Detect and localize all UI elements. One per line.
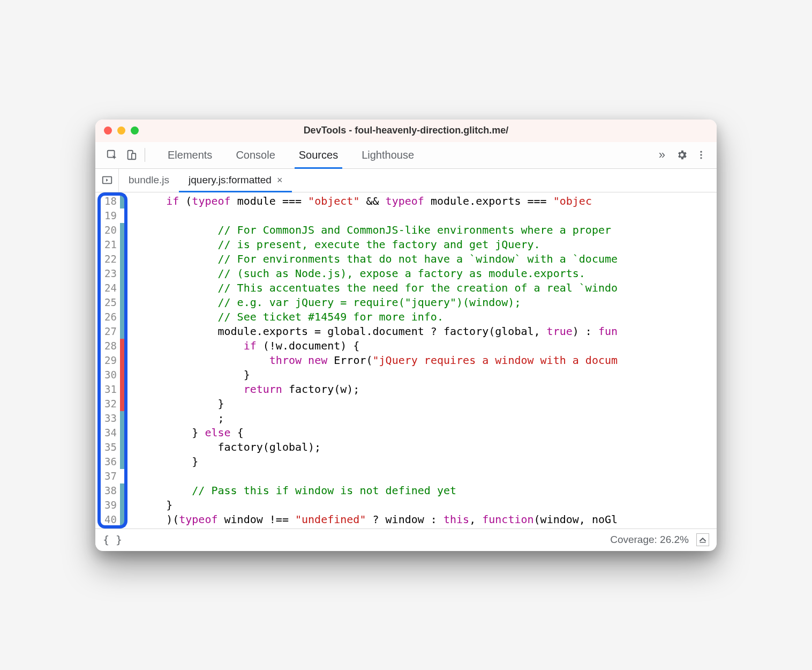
code-line[interactable]: if (!w.document) { — [140, 339, 717, 353]
line-number: 25 — [95, 295, 120, 310]
code-line[interactable]: } — [140, 368, 717, 382]
code-line[interactable] — [140, 469, 717, 483]
line-number: 29 — [95, 353, 120, 368]
coverage-bar — [120, 512, 125, 527]
gutter-line[interactable]: 38 — [95, 483, 125, 498]
code-lines[interactable]: if (typeof module === "object" && typeof… — [125, 192, 717, 528]
devtools-window: DevTools - foul-heavenly-direction.glitc… — [95, 120, 717, 551]
close-window-button[interactable] — [104, 126, 112, 135]
pretty-print-button[interactable]: { } — [103, 533, 122, 546]
svg-rect-7 — [700, 542, 705, 542]
minimize-window-button[interactable] — [117, 126, 125, 135]
gutter-line[interactable]: 37 — [95, 469, 125, 483]
device-toggle-icon[interactable] — [123, 147, 139, 163]
gutter-line[interactable]: 22 — [95, 252, 125, 266]
window-title: DevTools - foul-heavenly-direction.glitc… — [95, 125, 717, 136]
gutter-line[interactable]: 24 — [95, 281, 125, 295]
code-line[interactable] — [140, 209, 717, 223]
gutter-line[interactable]: 34 — [95, 426, 125, 440]
panel-tab-lighthouse[interactable]: Lighthouse — [350, 142, 426, 168]
coverage-bar — [120, 339, 125, 353]
gutter-line[interactable]: 28 — [95, 339, 125, 353]
show-drawer-icon[interactable] — [696, 533, 709, 546]
gutter-line[interactable]: 32 — [95, 397, 125, 411]
gutter-line[interactable]: 23 — [95, 266, 125, 281]
code-line[interactable]: factory(global); — [140, 440, 717, 455]
code-line[interactable]: throw new Error("jQuery requires a windo… — [140, 353, 717, 368]
gutter-line[interactable]: 31 — [95, 382, 125, 397]
line-number: 23 — [95, 266, 120, 281]
statusbar: { } Coverage: 26.2% — [95, 528, 717, 551]
gutter-line[interactable]: 39 — [95, 498, 125, 512]
code-line[interactable]: if (typeof module === "object" && typeof… — [140, 194, 717, 209]
gutter-line[interactable]: 26 — [95, 310, 125, 324]
svg-point-5 — [700, 157, 702, 159]
gutter-line[interactable]: 36 — [95, 455, 125, 469]
gutter-line[interactable]: 33 — [95, 411, 125, 426]
gutter-line[interactable]: 20 — [95, 223, 125, 237]
toolbar-right — [670, 147, 713, 163]
file-tab[interactable]: bundle.js — [119, 169, 179, 192]
coverage-bar — [120, 281, 125, 295]
coverage-bar — [120, 237, 125, 252]
gutter-line[interactable]: 25 — [95, 295, 125, 310]
line-number: 34 — [95, 426, 120, 440]
panel-tab-elements[interactable]: Elements — [156, 142, 224, 168]
code-line[interactable]: // For environments that do not have a `… — [140, 252, 717, 266]
divider — [145, 148, 145, 162]
file-tabs: bundle.jsjquery.js:formatted× — [119, 169, 292, 192]
navigator-toggle-icon[interactable] — [95, 169, 119, 192]
code-line[interactable]: return factory(w); — [140, 382, 717, 397]
settings-gear-icon[interactable] — [674, 147, 690, 163]
coverage-bar — [120, 368, 125, 382]
kebab-menu-icon[interactable] — [693, 147, 709, 163]
code-line[interactable]: } else { — [140, 426, 717, 440]
coverage-bar — [120, 440, 125, 455]
svg-point-3 — [700, 151, 702, 153]
gutter: 1819202122232425262728293031323334353637… — [95, 192, 125, 528]
main-toolbar: ElementsConsoleSourcesLighthouse » — [95, 142, 717, 169]
code-editor[interactable]: 1819202122232425262728293031323334353637… — [95, 192, 717, 528]
code-line[interactable]: // e.g. var jQuery = require("jquery")(w… — [140, 295, 717, 310]
code-line[interactable]: // Pass this if window is not defined ye… — [140, 483, 717, 498]
gutter-line[interactable]: 29 — [95, 353, 125, 368]
panel-tab-sources[interactable]: Sources — [287, 142, 350, 168]
code-line[interactable]: // This accentuates the need for the cre… — [140, 281, 717, 295]
gutter-line[interactable]: 27 — [95, 324, 125, 339]
line-number: 26 — [95, 310, 120, 324]
code-line[interactable]: } — [140, 397, 717, 411]
inspect-element-icon[interactable] — [104, 147, 120, 163]
line-number: 31 — [95, 382, 120, 397]
gutter-line[interactable]: 35 — [95, 440, 125, 455]
line-number: 33 — [95, 411, 120, 426]
code-line[interactable]: } — [140, 498, 717, 512]
line-number: 27 — [95, 324, 120, 339]
toolbar-left — [99, 147, 156, 163]
svg-point-4 — [700, 154, 702, 155]
gutter-line[interactable]: 18 — [95, 194, 125, 209]
more-tabs-button[interactable]: » — [655, 148, 670, 162]
code-line[interactable]: // See ticket #14549 for more info. — [140, 310, 717, 324]
code-line[interactable]: } — [140, 455, 717, 469]
code-line[interactable]: // is present, execute the factory and g… — [140, 237, 717, 252]
code-line[interactable]: module.exports = global.document ? facto… — [140, 324, 717, 339]
code-line[interactable]: )(typeof window !== "undefined" ? window… — [140, 512, 717, 527]
line-number: 30 — [95, 368, 120, 382]
coverage-bar — [120, 310, 125, 324]
gutter-line[interactable]: 40 — [95, 512, 125, 527]
maximize-window-button[interactable] — [131, 126, 139, 135]
line-number: 36 — [95, 455, 120, 469]
code-line[interactable]: // For CommonJS and CommonJS-like enviro… — [140, 223, 717, 237]
coverage-bar — [120, 266, 125, 281]
gutter-line[interactable]: 21 — [95, 237, 125, 252]
gutter-line[interactable]: 19 — [95, 209, 125, 223]
close-icon[interactable]: × — [277, 175, 283, 186]
code-line[interactable]: ; — [140, 411, 717, 426]
line-number: 24 — [95, 281, 120, 295]
coverage-label: Coverage: 26.2% — [610, 534, 689, 546]
file-tab[interactable]: jquery.js:formatted× — [179, 169, 292, 192]
code-line[interactable]: // (such as Node.js), expose a factory a… — [140, 266, 717, 281]
gutter-line[interactable]: 30 — [95, 368, 125, 382]
panel-tab-console[interactable]: Console — [224, 142, 287, 168]
traffic-lights — [104, 126, 139, 135]
